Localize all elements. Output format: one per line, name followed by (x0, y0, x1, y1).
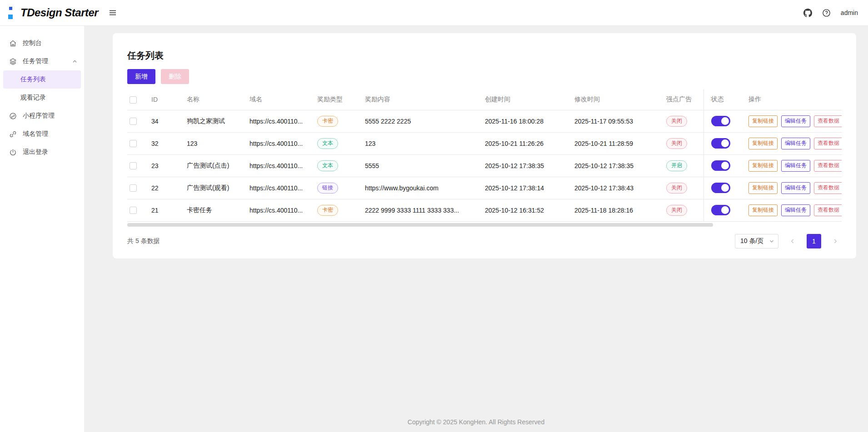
logo-mark-icon (8, 7, 15, 19)
cell-id: 32 (144, 132, 180, 154)
layers-icon (9, 58, 17, 65)
chevron-up-icon (72, 59, 78, 65)
page-size-select[interactable]: 10 条/页 (735, 234, 778, 248)
view-data-button[interactable]: 查看数据 (814, 182, 842, 194)
reward-type-tag: 文本 (317, 138, 338, 149)
hamburger-icon[interactable] (108, 8, 117, 17)
edit-task-button[interactable]: 编辑任务 (781, 115, 810, 127)
copy-link-button[interactable]: 复制链接 (748, 115, 778, 127)
column-header: 状态 (703, 89, 741, 110)
status-toggle[interactable] (711, 160, 730, 171)
sidebar-item-label: 任务管理 (23, 57, 48, 65)
sidebar-item-label: 任务列表 (20, 75, 46, 84)
link-icon (9, 130, 17, 138)
cell-id: 22 (144, 177, 180, 199)
table-row: 23 广告测试(点击) https://cs.400110... 文本 5555… (127, 154, 842, 177)
copy-link-button[interactable]: 复制链接 (748, 160, 778, 172)
sidebar-item-label: 观看记录 (20, 94, 46, 102)
horizontal-scrollbar[interactable] (127, 223, 842, 227)
cell-domain: https://cs.400110... (242, 154, 310, 177)
cell-created: 2025-10-21 11:26:26 (478, 132, 567, 154)
power-icon (9, 149, 17, 156)
table-header-row: ID 名称 域名 奖励类型 奖励内容 创建时间 修改时间 强点广告 状态 操作 (127, 89, 842, 110)
prev-page-button[interactable] (786, 234, 799, 248)
page-1-button[interactable]: 1 (807, 234, 821, 248)
row-checkbox[interactable] (130, 207, 137, 214)
column-header: 名称 (180, 89, 242, 110)
cell-name: 狗凯之家测试 (180, 110, 242, 132)
cell-reward-content: 2222 9999 3333 1111 3333 333... (358, 199, 478, 221)
sidebar: 控制台 任务管理 任务列表 观看记录 小程序管理 (0, 26, 84, 432)
edit-task-button[interactable]: 编辑任务 (781, 138, 810, 149)
copy-link-button[interactable]: 复制链接 (748, 182, 778, 194)
ad-status-tag: 关闭 (666, 116, 687, 127)
cell-modified: 2025-10-12 17:38:35 (567, 154, 659, 177)
sidebar-item-label: 域名管理 (23, 130, 48, 138)
table-row: 32 123 https://cs.400110... 文本 123 2025-… (127, 132, 842, 154)
status-toggle[interactable] (711, 116, 730, 126)
row-checkbox[interactable] (130, 140, 137, 147)
row-checkbox[interactable] (130, 162, 137, 169)
status-toggle[interactable] (711, 205, 730, 215)
table-row: 21 卡密任务 https://cs.400110... 卡密 2222 999… (127, 199, 842, 221)
view-data-button[interactable]: 查看数据 (814, 204, 842, 216)
sidebar-item-task-list[interactable]: 任务列表 (3, 70, 81, 89)
sidebar-item-label: 控制台 (23, 39, 42, 47)
view-data-button[interactable]: 查看数据 (814, 115, 842, 127)
next-page-button[interactable] (829, 234, 842, 248)
sidebar-item-label: 小程序管理 (23, 112, 55, 120)
cell-reward-content: 123 (358, 132, 478, 154)
help-icon[interactable] (822, 9, 831, 17)
ad-status-tag: 关闭 (666, 205, 687, 216)
row-checkbox[interactable] (130, 184, 137, 192)
row-checkbox[interactable] (130, 118, 137, 125)
column-header: 操作 (741, 89, 842, 110)
cell-modified: 2025-11-18 18:28:16 (567, 199, 659, 221)
sidebar-item-console[interactable]: 控制台 (0, 34, 84, 52)
sidebar-item-miniprogram[interactable]: 小程序管理 (0, 107, 84, 125)
app-header: TDesign Starter admin (0, 0, 868, 26)
column-header: 奖励内容 (358, 89, 478, 110)
view-data-button[interactable]: 查看数据 (814, 138, 842, 149)
copy-link-button[interactable]: 复制链接 (748, 204, 778, 216)
cell-id: 34 (144, 110, 180, 132)
sidebar-item-domain-manage[interactable]: 域名管理 (0, 125, 84, 143)
cell-name: 123 (180, 132, 242, 154)
copy-link-button[interactable]: 复制链接 (748, 138, 778, 149)
sidebar-item-logout[interactable]: 退出登录 (0, 143, 84, 161)
sidebar-item-label: 退出登录 (23, 148, 48, 156)
add-button[interactable]: 新增 (127, 69, 155, 84)
table-row: 22 广告测试(观看) https://cs.400110... 链接 http… (127, 177, 842, 199)
cell-domain: https://cs.400110... (242, 177, 310, 199)
edit-task-button[interactable]: 编辑任务 (781, 204, 810, 216)
cell-name: 广告测试(观看) (180, 177, 242, 199)
github-icon[interactable] (803, 9, 812, 17)
delete-button: 删除 (161, 69, 189, 84)
sidebar-item-watch-records[interactable]: 观看记录 (0, 89, 84, 107)
copyright-footer: Copyright © 2025 KongHen. All Rights Res… (84, 418, 868, 426)
status-toggle[interactable] (711, 138, 730, 149)
edit-task-button[interactable]: 编辑任务 (781, 182, 810, 194)
status-toggle[interactable] (711, 183, 730, 193)
user-menu[interactable]: admin (841, 9, 858, 16)
cell-domain: https://cs.400110... (242, 132, 310, 154)
task-table: ID 名称 域名 奖励类型 奖励内容 创建时间 修改时间 强点广告 状态 操作 … (127, 89, 842, 222)
pagination: 共 5 条数据 10 条/页 1 (127, 234, 842, 248)
cell-created: 2025-10-12 17:38:35 (478, 154, 567, 177)
cell-id: 23 (144, 154, 180, 177)
select-all-checkbox[interactable] (130, 96, 137, 104)
reward-type-tag: 卡密 (317, 205, 338, 216)
logo-text: TDesign Starter (20, 6, 98, 19)
edit-task-button[interactable]: 编辑任务 (781, 160, 810, 172)
column-header: 强点广告 (659, 89, 703, 110)
cell-id: 21 (144, 199, 180, 221)
column-header: 修改时间 (567, 89, 659, 110)
sidebar-item-task-manage[interactable]: 任务管理 (0, 52, 84, 70)
reward-type-tag: 卡密 (317, 116, 338, 127)
cell-created: 2025-10-12 16:31:52 (478, 199, 567, 221)
column-header: 域名 (242, 89, 310, 110)
cell-domain: https://cs.400110... (242, 199, 310, 221)
column-header: 创建时间 (478, 89, 567, 110)
view-data-button[interactable]: 查看数据 (814, 160, 842, 172)
column-header: ID (144, 89, 180, 110)
